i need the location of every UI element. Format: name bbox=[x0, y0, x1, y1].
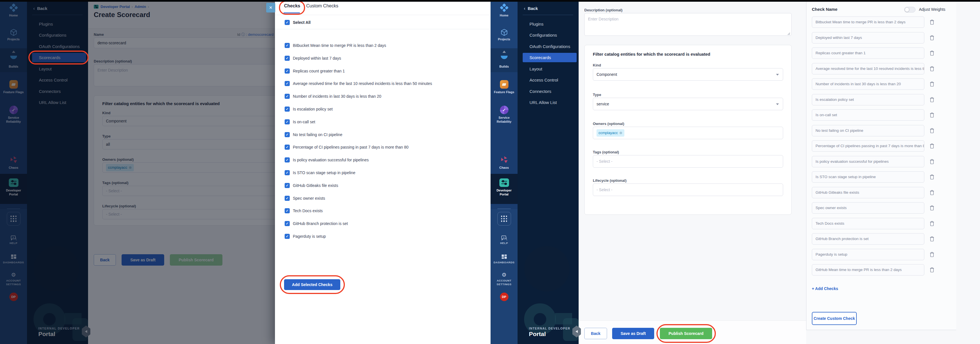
nav-item-url-allow-list[interactable]: URL Allow List bbox=[523, 98, 577, 107]
modal-check-row[interactable]: ✓ Spec owner exists bbox=[285, 196, 432, 201]
delete-check-icon[interactable] bbox=[929, 66, 935, 72]
add-selected-checks-button[interactable]: Add Selected Checks bbox=[284, 279, 340, 290]
modal-check-row[interactable]: ✓ Pagerduty is setup bbox=[285, 234, 432, 239]
delete-check-icon[interactable] bbox=[929, 35, 935, 41]
modal-close-button[interactable]: ✕ bbox=[266, 3, 275, 13]
check-name-input[interactable]: Is on-call set bbox=[812, 109, 924, 121]
tab-checks[interactable]: Checks bbox=[284, 3, 300, 8]
modal-check-row[interactable]: ✓ Is STO scan stage setup in pipeline bbox=[285, 170, 432, 175]
sidebar-item-dashboards[interactable]: DASHBOARDS bbox=[490, 261, 517, 264]
delete-check-icon[interactable] bbox=[929, 190, 935, 196]
sidebar-item-builds[interactable]: Builds bbox=[490, 65, 517, 68]
sidebar-item-help[interactable]: HELP bbox=[490, 242, 517, 245]
check-name-input[interactable]: Tech Docs exists bbox=[812, 218, 924, 229]
delete-check-icon[interactable] bbox=[929, 236, 935, 242]
checkbox-checked-icon[interactable]: ✓ bbox=[285, 68, 290, 73]
sidebar-item-developer-portal-2[interactable]: Portal bbox=[490, 193, 517, 196]
check-name-input[interactable]: No test failing on CI pipeline bbox=[812, 125, 924, 136]
delete-check-icon[interactable] bbox=[929, 252, 935, 257]
checkbox-checked-icon[interactable]: ✓ bbox=[285, 81, 290, 86]
modal-check-row[interactable]: ✓ Average resolved time for the last 10 … bbox=[285, 81, 432, 86]
description-textarea[interactable]: Enter Description bbox=[584, 13, 792, 36]
delete-check-icon[interactable] bbox=[929, 205, 935, 211]
modal-check-row[interactable]: ✓ No test failing on CI pipeline bbox=[285, 132, 432, 137]
nav-item-oauth-configurations[interactable]: OAuth Configurations bbox=[523, 42, 577, 51]
delete-check-icon[interactable] bbox=[929, 159, 935, 164]
delete-check-icon[interactable] bbox=[929, 143, 935, 149]
sidebar-item-account-settings-2[interactable]: SETTINGS bbox=[490, 283, 517, 286]
checkbox-checked-icon[interactable]: ✓ bbox=[285, 119, 290, 124]
delete-check-icon[interactable] bbox=[929, 128, 935, 134]
tab-custom-checks[interactable]: Custom Checks bbox=[306, 3, 338, 8]
checkbox-checked-icon[interactable]: ✓ bbox=[285, 221, 290, 226]
nav-item-layout[interactable]: Layout bbox=[523, 64, 577, 73]
check-name-input[interactable]: Is policy evaluation successful for pipe… bbox=[812, 156, 924, 167]
check-name-input[interactable]: Number of incidents in last 30 days is l… bbox=[812, 78, 924, 90]
checkbox-checked-icon[interactable]: ✓ bbox=[285, 145, 290, 150]
publish-scorecard-button[interactable]: Publish Scorecard bbox=[660, 328, 712, 339]
sidebar-item-service-reliability[interactable]: Service bbox=[490, 116, 517, 119]
delete-check-icon[interactable] bbox=[929, 267, 935, 273]
checkbox-checked-icon[interactable]: ✓ bbox=[285, 208, 290, 213]
module-switcher-icon[interactable] bbox=[497, 212, 511, 226]
nav-item-connectors[interactable]: Connectors bbox=[523, 87, 577, 96]
create-custom-check-button[interactable]: Create Custom Check bbox=[812, 312, 857, 325]
projects-icon[interactable] bbox=[500, 29, 508, 38]
modal-check-row[interactable]: ✓ Is on-call set bbox=[285, 119, 432, 125]
textarea-resize-handle[interactable] bbox=[787, 32, 790, 35]
check-name-input[interactable]: Bitbucket Mean time to merge PR is less … bbox=[812, 16, 924, 28]
back-link[interactable]: ‹Back bbox=[524, 6, 538, 11]
check-name-input[interactable]: Deployed within last 7 days bbox=[812, 32, 924, 43]
check-name-input[interactable]: Pagerduty is setup bbox=[812, 249, 924, 260]
modal-check-row[interactable]: ✓ Number of incidents in last 30 days is… bbox=[285, 94, 432, 99]
check-name-input[interactable]: Average resolved time for the last 10 re… bbox=[812, 63, 924, 75]
dashboards-icon[interactable] bbox=[501, 254, 508, 261]
modal-check-row[interactable]: ✓ GitHub Gitleaks file exists bbox=[285, 183, 432, 188]
checkbox-checked-icon[interactable]: ✓ bbox=[285, 158, 290, 162]
check-name-input[interactable]: GitHub Mean time to merge PR is less tha… bbox=[812, 264, 924, 276]
delete-check-icon[interactable] bbox=[929, 174, 935, 180]
check-name-input[interactable]: Percentage of CI pipelines passing in pa… bbox=[812, 140, 924, 152]
sidebar-item-account-settings[interactable]: ACCOUNT bbox=[490, 279, 517, 282]
sidebar-item-projects[interactable]: Projects bbox=[490, 38, 517, 41]
modal-check-row[interactable]: ✓ Deployed within last 7 days bbox=[285, 56, 432, 61]
service-reliability-icon[interactable]: ✓ bbox=[500, 106, 509, 114]
check-name-input[interactable]: Is STO scan stage setup in pipeline bbox=[812, 171, 924, 183]
sidebar-item-home[interactable]: Home bbox=[490, 14, 517, 18]
sidebar-item-feature-flags[interactable]: Feature Flags bbox=[490, 90, 517, 94]
delete-check-icon[interactable] bbox=[929, 81, 935, 87]
chaos-icon[interactable] bbox=[500, 156, 508, 165]
check-name-input[interactable]: Is escalation policy set bbox=[812, 94, 924, 105]
delete-check-icon[interactable] bbox=[929, 112, 935, 118]
delete-check-icon[interactable] bbox=[929, 221, 935, 226]
checkbox-checked-icon[interactable]: ✓ bbox=[285, 234, 290, 239]
owners-input[interactable]: ccmplayacc⊗ bbox=[593, 127, 783, 139]
select-all-row[interactable]: ✓ Select All bbox=[285, 20, 311, 25]
nav-item-configurations[interactable]: Configurations bbox=[523, 30, 577, 40]
checkbox-checked-icon[interactable]: ✓ bbox=[285, 132, 290, 137]
tags-select[interactable]: - Select - bbox=[593, 155, 783, 167]
checkbox-checked-icon[interactable]: ✓ bbox=[285, 56, 290, 61]
chip-remove-icon[interactable]: ⊗ bbox=[619, 128, 622, 138]
checkbox-checked-icon[interactable]: ✓ bbox=[285, 196, 290, 201]
back-button[interactable]: Back bbox=[584, 328, 607, 339]
delete-check-icon[interactable] bbox=[929, 97, 935, 102]
check-name-input[interactable]: GitHub Branch protection is set bbox=[812, 233, 924, 245]
nav-item-scorecards[interactable]: Scorecards bbox=[523, 53, 577, 62]
add-checks-link[interactable]: + Add Checks bbox=[812, 286, 838, 291]
modal-check-row[interactable]: ✓ Bitbucket Mean time to merge PR is les… bbox=[285, 43, 432, 48]
delete-check-icon[interactable] bbox=[929, 19, 935, 25]
check-name-input[interactable]: GitHub Gitleaks file exists bbox=[812, 187, 924, 198]
collapse-up-icon[interactable] bbox=[503, 51, 506, 53]
account-settings-gear-icon[interactable]: ⚙ bbox=[502, 272, 506, 278]
lifecycle-select[interactable]: - Select - bbox=[593, 183, 783, 196]
kind-select[interactable]: Component bbox=[593, 68, 783, 81]
modal-check-row[interactable]: ✓ Is policy evaluation successful for pi… bbox=[285, 157, 432, 163]
modal-check-row[interactable]: ✓ Is escalation policy set bbox=[285, 106, 432, 112]
checkbox-checked-icon[interactable]: ✓ bbox=[285, 20, 290, 25]
check-name-input[interactable]: Spec owner exists bbox=[812, 202, 924, 213]
user-avatar[interactable]: DP bbox=[500, 293, 509, 301]
checkbox-checked-icon[interactable]: ✓ bbox=[285, 183, 290, 188]
check-name-input[interactable]: Replicas count greater than 1 bbox=[812, 48, 924, 59]
checkbox-checked-icon[interactable]: ✓ bbox=[285, 94, 290, 99]
